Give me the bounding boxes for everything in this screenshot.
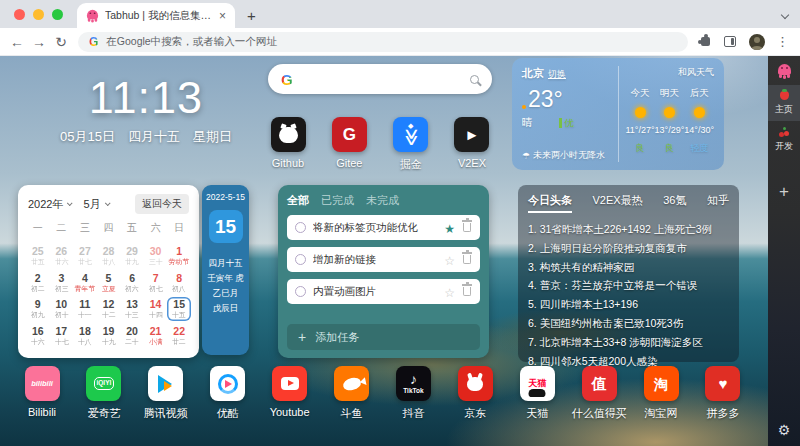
sidebar-item[interactable]: 开发 (768, 121, 800, 158)
calendar-day-cell[interactable]: 18 十八 (73, 324, 97, 348)
calendar-day-cell[interactable]: 16 十六 (26, 324, 50, 348)
chevron-down-icon[interactable] (781, 11, 789, 19)
todo-item[interactable]: 内置动画图片 (287, 279, 480, 304)
news-headline[interactable]: 2. 上海明日起分阶段推动复商复市 (528, 239, 729, 258)
gear-icon[interactable]: ⚙ (778, 422, 791, 438)
calendar-day-cell[interactable]: 10 初十 (50, 297, 74, 321)
back-button[interactable]: ← (6, 34, 28, 50)
app-icon[interactable]: G (332, 117, 367, 152)
calendar-day-cell[interactable]: 20 二十 (120, 324, 144, 348)
calendar-day-cell[interactable]: 21 小满 (144, 324, 168, 348)
news-source-tab[interactable]: 36氪 (663, 193, 686, 213)
news-source-tab[interactable]: 知乎 (707, 193, 729, 213)
trash-icon[interactable] (463, 223, 471, 232)
calendar-day-cell[interactable]: 30 三十 (144, 244, 168, 268)
search-icon[interactable] (470, 75, 479, 84)
calendar-day-cell[interactable]: 2 初二 (26, 271, 50, 295)
new-tab-button[interactable]: + (247, 7, 256, 24)
star-icon[interactable] (444, 219, 455, 237)
news-headline[interactable]: 5. 四川昨增本土13+196 (528, 295, 729, 314)
side-panel-icon[interactable] (724, 36, 736, 47)
app-shortcut[interactable]: iQIYI 爱奇艺 (76, 366, 132, 421)
calendar-day-cell[interactable]: 9 初九 (26, 297, 50, 321)
month-select[interactable]: 5月 (83, 197, 108, 212)
calendar-day-cell[interactable]: 29 廿九 (120, 244, 144, 268)
app-icon[interactable] (393, 117, 428, 152)
star-icon[interactable] (444, 251, 455, 269)
news-headline[interactable]: 3. 构筑共有的精神家园 (528, 258, 729, 277)
profile-avatar[interactable] (749, 34, 765, 50)
todo-filter-tab[interactable]: 未完成 (366, 193, 399, 208)
app-shortcut[interactable]: ♪ TikTok 抖音 (385, 366, 441, 421)
app-shortcut[interactable]: 淘 淘宝网 (633, 366, 689, 421)
calendar-day-cell[interactable]: 28 廿八 (97, 244, 121, 268)
app-shortcut[interactable]: 优酷 (200, 366, 256, 421)
app-shortcut[interactable]: Github (260, 117, 316, 172)
app-shortcut[interactable]: 天猫 天猫 (509, 366, 565, 421)
news-headline[interactable]: 4. 普京：芬兰放弃中立将是一个错误 (528, 276, 729, 295)
app-shortcut[interactable]: G Gitee (321, 117, 377, 172)
news-headline[interactable]: 6. 美国纽约州枪击案已致10死3伤 (528, 314, 729, 333)
app-icon[interactable] (148, 366, 183, 401)
calendar-day-cell[interactable]: 15 十五 (167, 297, 191, 321)
sidebar-item[interactable]: 主页 (768, 85, 800, 121)
calendar-day-cell[interactable]: 22 廿二 (167, 324, 191, 348)
checkbox-icon[interactable] (295, 254, 306, 265)
calendar-day-cell[interactable]: 3 初三 (50, 271, 74, 295)
app-icon[interactable]: 淘 (644, 366, 679, 401)
add-page-button[interactable]: + (779, 182, 789, 202)
extensions-icon[interactable] (701, 37, 710, 46)
app-icon[interactable] (210, 366, 245, 401)
app-icon[interactable] (272, 366, 307, 401)
news-headline[interactable]: 1. 31省昨增本土226+1492 上海死亡3例 (528, 220, 729, 239)
year-select[interactable]: 2022年 (28, 197, 71, 212)
app-icon[interactable]: ♪ TikTok (396, 366, 431, 401)
calendar-day-cell[interactable]: 27 廿七 (73, 244, 97, 268)
calendar-day-cell[interactable]: 12 十二 (97, 297, 121, 321)
reload-button[interactable]: ↻ (50, 34, 72, 50)
app-shortcut[interactable]: 值 什么值得买 (571, 366, 627, 421)
app-icon[interactable]: 天猫 (520, 366, 555, 401)
calendar-day-cell[interactable]: 26 廿六 (50, 244, 74, 268)
weather-switch-link[interactable]: 切换 (548, 69, 566, 79)
app-shortcut[interactable]: ♥ 拼多多 (695, 366, 751, 421)
checkbox-icon[interactable] (295, 222, 306, 233)
app-shortcut[interactable]: Youtube (262, 366, 318, 421)
calendar-day-cell[interactable]: 25 廿五 (26, 244, 50, 268)
app-icon[interactable]: 值 (582, 366, 617, 401)
back-to-today-button[interactable]: 返回今天 (135, 194, 189, 214)
traffic-light[interactable] (52, 9, 63, 20)
app-icon[interactable] (458, 366, 493, 401)
tab-close-icon[interactable]: × (219, 10, 226, 22)
calendar-day-cell[interactable]: 1 劳动节 (167, 244, 191, 268)
calendar-day-cell[interactable]: 5 立夏 (97, 271, 121, 295)
calendar-day-cell[interactable]: 6 初六 (120, 271, 144, 295)
todo-filter-tab[interactable]: 全部 (287, 193, 309, 208)
todo-filter-tab[interactable]: 已完成 (321, 193, 354, 208)
app-shortcut[interactable]: 京东 (447, 366, 503, 421)
calendar-day-cell[interactable]: 4 青年节 (73, 271, 97, 295)
app-shortcut[interactable]: bilibili Bilibili (14, 366, 70, 421)
add-task-button[interactable]: + 添加任务 (287, 324, 480, 350)
calendar-day-cell[interactable]: 7 初七 (144, 271, 168, 295)
app-icon[interactable]: bilibili (25, 366, 60, 401)
trash-icon[interactable] (463, 255, 471, 264)
app-shortcut[interactable]: 腾讯视频 (138, 366, 194, 421)
app-shortcut[interactable]: 掘金 (383, 117, 439, 172)
calendar-day-cell[interactable]: 17 十七 (50, 324, 74, 348)
todo-item[interactable]: 将新的标签页功能优化 (287, 215, 480, 240)
browser-tab[interactable]: Tabhub | 我的信息集线器 × (77, 3, 235, 28)
todo-item[interactable]: 增加新的链接 (287, 247, 480, 272)
traffic-light[interactable] (14, 9, 25, 20)
news-source-tab[interactable]: 今日头条 (528, 193, 572, 213)
app-icon[interactable]: iQIYI (86, 366, 121, 401)
news-headline[interactable]: 7. 北京昨增本土33+8 涉朝阳海淀多区 (528, 333, 729, 352)
menu-icon[interactable]: ⋮ (776, 34, 789, 49)
app-shortcut[interactable]: 斗鱼 (324, 366, 380, 421)
calendar-day-cell[interactable]: 11 十一 (73, 297, 97, 321)
trash-icon[interactable] (463, 287, 471, 296)
search-bar[interactable]: G (268, 64, 492, 94)
app-icon[interactable] (271, 117, 306, 152)
app-icon[interactable]: ♥ (705, 366, 740, 401)
app-shortcut[interactable]: V2EX (444, 117, 500, 172)
